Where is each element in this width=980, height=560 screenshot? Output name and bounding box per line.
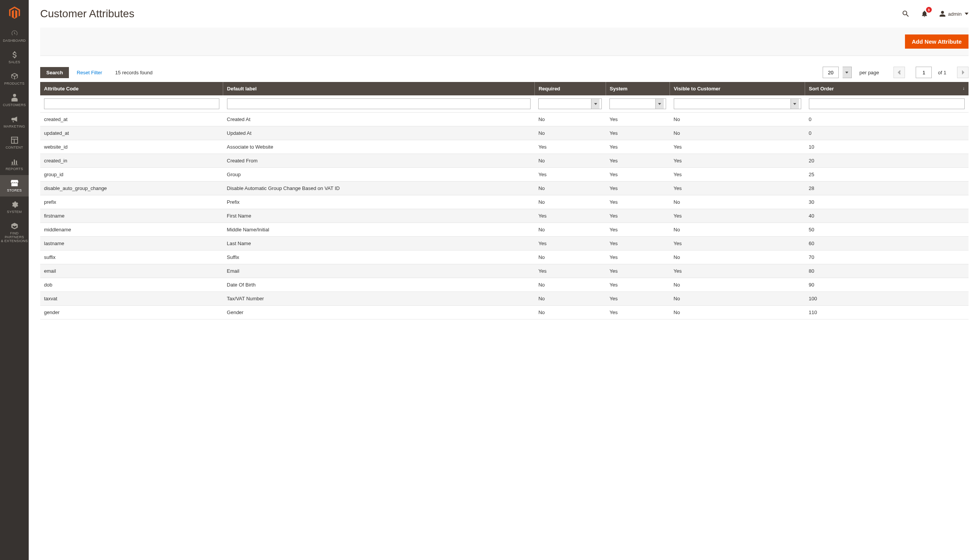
prev-page-button[interactable] — [894, 67, 905, 78]
table-cell-required: No — [535, 292, 606, 306]
next-page-button[interactable] — [957, 67, 968, 78]
table-cell-system: Yes — [606, 278, 669, 292]
sidebar-item-products[interactable]: PRODUCTS — [0, 68, 29, 90]
table-row[interactable]: firstnameFirst NameYesYesYes40 — [40, 209, 968, 223]
table-cell-sort: 20 — [805, 154, 968, 168]
table-cell-sort: 100 — [805, 292, 968, 306]
sidebar-item-partners[interactable]: FIND PARTNERS & EXTENSIONS — [0, 218, 29, 247]
table-cell-visible: No — [670, 195, 805, 209]
table-row[interactable]: genderGenderNoYesNo110 — [40, 306, 968, 320]
table-row[interactable]: suffixSuffixNoYesNo70 — [40, 250, 968, 264]
table-cell-system: Yes — [606, 223, 669, 237]
filter-sort-input[interactable] — [809, 98, 965, 109]
caret-down-icon — [793, 103, 796, 105]
table-cell-required: No — [535, 182, 606, 195]
table-cell-code: taxvat — [40, 292, 223, 306]
records-found: 15 records found — [115, 70, 153, 75]
filter-required-select[interactable] — [538, 98, 602, 109]
sidebar-item-content[interactable]: CONTENT — [0, 132, 29, 153]
table-cell-sort: 30 — [805, 195, 968, 209]
table-cell-visible: Yes — [670, 154, 805, 168]
main-content: Customer Attributes 3 admin Add New Attr… — [29, 0, 980, 320]
filter-label-input[interactable] — [227, 98, 531, 109]
table-cell-visible: Yes — [670, 209, 805, 223]
sidebar-item-stores[interactable]: STORES — [0, 175, 29, 197]
partners-icon — [11, 222, 18, 230]
sidebar-item-sales[interactable]: SALES — [0, 47, 29, 68]
table-cell-label: Middle Name/Initial — [223, 223, 535, 237]
table-cell-system: Yes — [606, 168, 669, 182]
person-icon — [12, 94, 18, 102]
table-row[interactable]: taxvatTax/VAT NumberNoYesNo100 — [40, 292, 968, 306]
table-cell-code: firstname — [40, 209, 223, 223]
table-cell-code: prefix — [40, 195, 223, 209]
table-row[interactable]: group_idGroupYesYesYes25 — [40, 168, 968, 182]
chevron-left-icon — [898, 70, 901, 75]
table-cell-required: Yes — [535, 168, 606, 182]
sidebar-item-dashboard[interactable]: DASHBOARD — [0, 25, 29, 47]
table-row[interactable]: emailEmailYesYesYes80 — [40, 264, 968, 278]
sidebar-item-system[interactable]: SYSTEM — [0, 197, 29, 218]
sidebar-item-label: REPORTS — [6, 167, 23, 171]
sidebar-item-customers[interactable]: CUSTOMERS — [0, 90, 29, 111]
table-cell-code: gender — [40, 306, 223, 320]
table-row[interactable]: updated_atUpdated AtNoYesNo0 — [40, 127, 968, 140]
table-cell-visible: No — [670, 306, 805, 320]
table-cell-code: middlename — [40, 223, 223, 237]
table-cell-code: website_id — [40, 140, 223, 154]
column-header-label[interactable]: Default label — [223, 82, 535, 95]
table-cell-required: No — [535, 278, 606, 292]
add-new-attribute-button[interactable]: Add New Attribute — [905, 35, 968, 48]
column-header-required[interactable]: Required — [535, 82, 606, 95]
column-header-system[interactable]: System — [606, 82, 669, 95]
search-button[interactable]: Search — [40, 67, 69, 78]
table-cell-sort: 28 — [805, 182, 968, 195]
column-header-visible[interactable]: Visible to Customer — [670, 82, 805, 95]
per-page-input[interactable] — [823, 67, 839, 78]
header-tools: 3 admin — [902, 10, 968, 18]
table-cell-label: Email — [223, 264, 535, 278]
table-cell-required: No — [535, 195, 606, 209]
filter-code-input[interactable] — [44, 98, 219, 109]
table-cell-visible: No — [670, 250, 805, 264]
table-cell-visible: No — [670, 223, 805, 237]
table-cell-visible: Yes — [670, 237, 805, 250]
store-icon — [11, 180, 18, 187]
table-cell-label: Group — [223, 168, 535, 182]
chevron-down-icon — [965, 12, 968, 16]
table-row[interactable]: created_atCreated AtNoYesNo0 — [40, 113, 968, 127]
sidebar-item-reports[interactable]: REPORTS — [0, 153, 29, 175]
table-row[interactable]: disable_auto_group_changeDisable Automat… — [40, 182, 968, 195]
table-cell-visible: Yes — [670, 168, 805, 182]
admin-sidebar: DASHBOARD SALES PRODUCTS CUSTOMERS MARKE… — [0, 0, 29, 320]
notifications-button[interactable]: 3 — [921, 10, 929, 18]
table-cell-required: No — [535, 306, 606, 320]
table-row[interactable]: middlenameMiddle Name/InitialNoYesNo50 — [40, 223, 968, 237]
filter-visible-select[interactable] — [674, 98, 801, 109]
magento-logo[interactable] — [0, 0, 29, 25]
table-row[interactable]: website_idAssociate to WebsiteYesYesYes1… — [40, 140, 968, 154]
page-header: Customer Attributes 3 admin — [29, 0, 980, 20]
table-row[interactable]: dobDate Of BirthNoYesNo90 — [40, 278, 968, 292]
per-page-dropdown[interactable] — [842, 67, 852, 78]
column-header-code[interactable]: Attribute Code — [40, 82, 223, 95]
reset-filter-link[interactable]: Reset Filter — [76, 70, 102, 75]
dollar-icon — [12, 51, 17, 58]
sort-arrow-icon: ↓ — [963, 86, 965, 90]
layout-icon — [11, 137, 18, 143]
sidebar-item-marketing[interactable]: MARKETING — [0, 111, 29, 133]
search-button[interactable] — [902, 10, 910, 18]
table-cell-required: Yes — [535, 140, 606, 154]
table-row[interactable]: created_inCreated FromNoYesYes20 — [40, 154, 968, 168]
table-cell-label: Tax/VAT Number — [223, 292, 535, 306]
table-row[interactable]: prefixPrefixNoYesNo30 — [40, 195, 968, 209]
table-cell-label: Created At — [223, 113, 535, 127]
user-menu[interactable]: admin — [939, 10, 968, 17]
table-cell-required: No — [535, 250, 606, 264]
filter-system-select[interactable] — [610, 98, 666, 109]
table-cell-system: Yes — [606, 154, 669, 168]
current-page-input[interactable] — [916, 67, 932, 78]
table-row[interactable]: lastnameLast NameYesYesYes60 — [40, 237, 968, 250]
table-cell-sort: 10 — [805, 140, 968, 154]
column-header-sort[interactable]: Sort Order↓ — [805, 82, 968, 95]
